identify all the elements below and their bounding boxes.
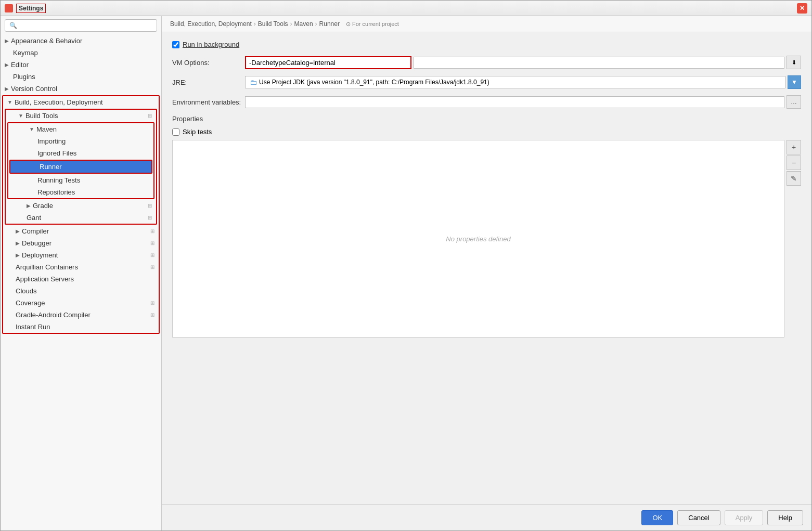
env-browse-button[interactable]: … [787,95,801,109]
cancel-button[interactable]: Cancel [677,510,720,525]
right-panel: Build, Execution, Deployment › Build Too… [162,16,811,530]
sidebar-item-runner[interactable]: Runner [10,161,151,173]
search-input[interactable] [5,19,157,32]
breadcrumb-sep3: › [315,20,317,28]
sidebar-item-running-tests[interactable]: Running Tests [8,174,153,186]
sidebar-item-gradle-android[interactable]: Gradle-Android Compiler ⊞ [3,309,159,321]
page-icon: ⊞ [150,264,154,270]
arrow-icon: ▶ [16,228,20,234]
sidebar-label: Build, Execution, Deployment [15,98,103,106]
vm-options-input[interactable] [245,56,411,69]
sidebar-item-build-tools[interactable]: ▼ Build Tools ⊞ [6,110,156,122]
sidebar-item-coverage[interactable]: Coverage ⊞ [3,297,159,309]
sidebar-item-importing[interactable]: Importing [8,135,153,147]
jre-field: 🗀 Use Project JDK (java version "1.8.0_9… [245,75,801,89]
browse-icon: ⬇ [792,59,796,66]
env-variables-input[interactable] [245,96,784,108]
sidebar-label: Clouds [16,287,36,295]
arrow-icon: ▶ [16,240,20,246]
jre-value: Use Project JDK (java version "1.8.0_91"… [259,79,489,86]
sidebar-item-repositories[interactable]: Repositories [8,186,153,198]
sidebar-item-gradle[interactable]: ▶ Gradle ⊞ [6,200,156,212]
titlebar-left: Settings [5,4,46,13]
arrow-icon: ▶ [5,38,9,44]
sidebar-label: Debugger [22,239,51,247]
properties-table: No properties defined [172,140,784,338]
runner-border: Runner [9,160,152,174]
breadcrumb-part3: Maven [294,20,313,28]
sidebar-item-deployment[interactable]: ▶ Deployment ⊞ [3,249,159,261]
ok-button[interactable]: OK [641,510,673,525]
page-icon: ⊞ [148,203,152,209]
close-button[interactable]: ✕ [797,3,807,14]
run-in-background-label: Run in background [183,41,239,48]
arrow-icon: ▶ [16,252,20,258]
sidebar-label: Version Control [11,85,57,93]
skip-tests-row: Skip tests [172,128,801,136]
sidebar-item-build-execution[interactable]: ▼ Build, Execution, Deployment [3,96,159,108]
folder-icon: 🗀 [250,78,257,86]
main-content: ▶ Appearance & Behavior Keymap ▶ Editor … [1,16,811,530]
skip-tests-checkbox[interactable] [172,128,179,136]
env-variables-row: Environment variables: … [172,95,801,109]
sidebar-label: Gradle-Android Compiler [16,311,91,319]
env-field: … [245,95,801,109]
sidebar-item-gant[interactable]: Gant ⊞ [6,212,156,224]
run-in-background-checkbox[interactable] [172,41,179,48]
sidebar-label: Runner [40,163,62,171]
help-button[interactable]: Help [767,510,803,525]
window-title: Settings [16,4,46,13]
sidebar-item-debugger[interactable]: ▶ Debugger ⊞ [3,237,159,249]
sidebar-item-maven[interactable]: ▼ Maven [8,123,153,135]
jre-select[interactable]: 🗀 Use Project JDK (java version "1.8.0_9… [245,76,785,88]
sidebar-item-vcs[interactable]: ▶ Version Control [1,83,161,95]
maven-section: ▼ Maven Importing Ignored Files Runn [7,122,154,199]
settings-window: Settings ✕ ▶ Appearance & Behavior Keyma… [0,0,812,531]
sidebar-label: Plugins [13,73,35,81]
arrow-icon: ▶ [5,86,9,92]
sidebar-item-app-servers[interactable]: Application Servers [3,273,159,285]
breadcrumb-sep2: › [290,20,292,28]
sidebar-item-keymap[interactable]: Keymap [1,47,161,59]
minus-icon: − [792,159,796,167]
page-icon: ⊞ [150,312,154,318]
sidebar-label: Running Tests [37,176,80,184]
vm-options-label: VM Options: [172,59,245,67]
vm-options-browse-button[interactable]: ⬇ [787,56,801,69]
add-property-button[interactable]: + [787,140,801,154]
apply-button[interactable]: Apply [725,510,764,525]
page-icon: ⊞ [148,113,152,119]
app-icon [5,4,13,12]
sidebar-item-instant-run[interactable]: Instant Run [3,321,159,333]
remove-property-button[interactable]: − [787,156,801,170]
breadcrumb-part2: Build Tools [258,20,288,28]
sidebar-label: Application Servers [16,275,74,283]
breadcrumb-part4: Runner [319,20,340,28]
dropdown-icon: ▼ [791,79,797,86]
sidebar-label: Arquillian Containers [16,263,78,271]
sidebar-item-arquillian[interactable]: Arquillian Containers ⊞ [3,261,159,273]
vm-options-row: VM Options: ⬇ [172,56,801,69]
sidebar: ▶ Appearance & Behavior Keymap ▶ Editor … [1,16,162,530]
vm-options-extension-input[interactable] [414,57,784,69]
skip-tests-label: Skip tests [183,128,212,136]
arrow-icon: ▶ [27,203,31,209]
sidebar-item-plugins[interactable]: Plugins [1,71,161,83]
page-icon: ⊞ [148,215,152,221]
browse-icon: … [791,98,797,106]
sidebar-item-appearance[interactable]: ▶ Appearance & Behavior [1,35,161,47]
arrow-icon: ▼ [18,113,23,119]
edit-icon: ✎ [791,174,797,183]
sidebar-item-compiler[interactable]: ▶ Compiler ⊞ [3,225,159,237]
sidebar-item-clouds[interactable]: Clouds [3,285,159,297]
arrow-icon: ▼ [7,99,12,105]
sidebar-item-editor[interactable]: ▶ Editor [1,59,161,71]
jre-dropdown-button[interactable]: ▼ [788,75,801,89]
edit-property-button[interactable]: ✎ [787,171,801,186]
sidebar-label: Appearance & Behavior [11,37,82,45]
sidebar-label: Compiler [22,227,49,235]
sidebar-item-ignored-files[interactable]: Ignored Files [8,147,153,159]
page-icon: ⊞ [150,240,154,246]
sidebar-label: Ignored Files [37,149,76,157]
vm-options-field: ⬇ [245,56,801,69]
